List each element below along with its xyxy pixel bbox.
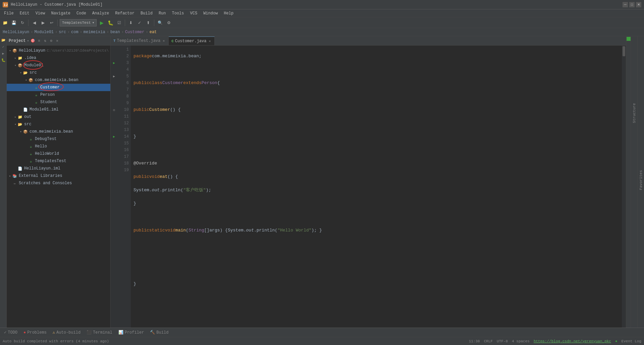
tree-item-out[interactable]: ▸ 📁 out xyxy=(7,113,110,121)
breadcrumb-bean[interactable]: bean xyxy=(110,30,120,34)
code-line-6 xyxy=(133,120,619,127)
bottom-tab-terminal[interactable]: ⬛ Terminal xyxy=(84,329,115,336)
bottom-tab-todo[interactable]: ✓ TODO xyxy=(1,329,20,336)
status-encoding[interactable]: UTF-8 xyxy=(497,339,508,343)
tree-item-templatestest[interactable]: ☕ TemplatesTest xyxy=(7,157,110,165)
name-helloworld: HelloWorld xyxy=(35,151,59,156)
name-module01: Module01 xyxy=(24,63,44,68)
tree-item-com-bean2[interactable]: ▾ 📦 com.meimeixia.bean xyxy=(7,128,110,135)
breadcrumb-helol[interactable]: HelloLiayun xyxy=(3,30,29,34)
breadcrumb-eat[interactable]: eat xyxy=(150,30,157,34)
status-url[interactable]: https://blog.csdn.net/yerenyuan_pkc xyxy=(534,339,611,343)
bottom-tab-build[interactable]: 🔨 Build xyxy=(147,329,171,336)
bottom-tab-autobuild[interactable]: ⚠ Auto-build xyxy=(50,329,83,336)
project-panel-arrow[interactable]: ▾ xyxy=(27,39,29,43)
toolbar-save-button[interactable]: 💾 xyxy=(10,19,17,26)
bottom-tab-problems[interactable]: ● Problems xyxy=(21,329,49,336)
tree-item-debugtest[interactable]: ☕ DebugTest xyxy=(7,135,110,143)
debug-button[interactable]: 🐛 xyxy=(107,19,114,26)
favorites-panel[interactable]: Favorites xyxy=(637,36,644,328)
tree-item-module01iml[interactable]: 📄 Module01.iml xyxy=(7,106,110,113)
panel-close-icon[interactable]: ✕ xyxy=(54,38,60,44)
menu-edit[interactable]: Edit xyxy=(17,10,32,16)
sort-icon[interactable]: ⇅ xyxy=(42,38,48,44)
tree-item-src[interactable]: ▾ 📂 src xyxy=(7,69,110,76)
vcs-update-button[interactable]: ⬇ xyxy=(127,19,135,26)
code-line-18: } xyxy=(133,281,619,287)
menu-refactor[interactable]: Refactor xyxy=(112,10,137,16)
commit-icon[interactable]: ✓ xyxy=(1,44,6,50)
run-gutter-3[interactable]: ▶ xyxy=(111,60,117,66)
menu-tools[interactable]: Tools xyxy=(169,10,187,16)
tree-item-student[interactable]: ☕ Student xyxy=(7,98,110,106)
tab-close-templatestest[interactable]: ✕ xyxy=(162,39,166,43)
maximize-button[interactable]: □ xyxy=(629,2,635,7)
tree-item-scratches[interactable]: ✏ Scratches and Consoles xyxy=(7,180,110,187)
breadcrumb-meimeixia[interactable]: meimeixia xyxy=(84,30,105,34)
menu-build[interactable]: Build xyxy=(138,10,155,16)
tree-item-extlibs[interactable]: ▸ 📚 External Libraries xyxy=(7,172,110,180)
run-config-dropdown[interactable]: TemplatesTest ▾ xyxy=(60,19,97,26)
tree-item-hellol[interactable]: ▾ 📦 HelloLiayun C:\Users\32120\IdeaProje… xyxy=(7,47,110,54)
tree-item-hello[interactable]: ☕ Hello xyxy=(7,143,110,150)
menu-view[interactable]: View xyxy=(33,10,48,16)
toolbar-open-button[interactable]: 📁 xyxy=(1,19,9,26)
minimize-button[interactable]: ─ xyxy=(623,2,628,7)
bottom-tab-profiler[interactable]: 📊 Profiler xyxy=(116,329,147,336)
structure-label[interactable]: Structure xyxy=(632,103,636,123)
run-icon[interactable]: ▶ xyxy=(1,51,6,56)
gear-icon[interactable]: ⚙ xyxy=(48,38,54,44)
status-indent[interactable]: 4 spaces xyxy=(512,339,530,343)
event-log-label[interactable]: Event Log xyxy=(622,339,641,343)
settings-button[interactable]: ⚙ xyxy=(165,19,172,26)
project-icon[interactable]: 📂 xyxy=(1,38,6,43)
tree-item-idea[interactable]: ▸ 📁 .idea xyxy=(7,54,110,62)
toolbar-back-button[interactable]: ◀ xyxy=(31,19,38,26)
toolbar-refresh-button[interactable]: ↻ xyxy=(19,19,26,26)
menu-vcs[interactable]: VCS xyxy=(187,10,200,16)
tree-item-helloworld[interactable]: ☕ HelloWorld xyxy=(7,150,110,157)
code-line-1: package com.meimeixia.bean; xyxy=(133,53,619,60)
tab-close-customer[interactable]: ✕ xyxy=(208,39,212,43)
locate-icon[interactable]: 🎯 xyxy=(30,38,36,44)
breadcrumb-com[interactable]: com xyxy=(71,30,78,34)
toolbar-forward-button[interactable]: ▶ xyxy=(39,19,47,26)
coverage-button[interactable]: ☑ xyxy=(115,19,123,26)
menu-help[interactable]: Help xyxy=(221,10,236,16)
run-button[interactable]: ▶ xyxy=(98,19,105,26)
menu-navigate[interactable]: Navigate xyxy=(48,10,73,16)
tree-item-com-bean[interactable]: ▾ 📦 com.meimeixia.bean xyxy=(7,76,110,84)
menu-file[interactable]: File xyxy=(1,10,16,16)
toolbar-undo-button[interactable]: ↩ xyxy=(48,19,55,26)
menu-window[interactable]: Window xyxy=(201,10,220,16)
menu-code[interactable]: Code xyxy=(74,10,89,16)
status-crlf[interactable]: CRLF xyxy=(484,339,493,343)
tree-item-src2[interactable]: ▾ 📂 src xyxy=(7,121,110,128)
code-content[interactable]: package com.meimeixia.bean; public class… xyxy=(131,46,622,328)
vcs-commit-button[interactable]: ✓ xyxy=(136,19,143,26)
close-button[interactable]: ✕ xyxy=(636,2,641,7)
breadcrumb-module01[interactable]: Module01 xyxy=(34,30,54,34)
collapse-icon[interactable]: ≡ xyxy=(36,38,42,44)
menu-analyze[interactable]: Analyze xyxy=(90,10,112,16)
arrow-out: ▸ xyxy=(13,115,17,119)
structure-panel[interactable]: Structure xyxy=(631,36,637,328)
tree-item-person[interactable]: ☕ Person xyxy=(7,91,110,98)
tab-templatestest[interactable]: T TemplatesTest.java ✕ xyxy=(111,37,169,45)
window-controls[interactable]: ─ □ ✕ xyxy=(623,2,641,7)
debug-icon[interactable]: 🐛 xyxy=(1,58,6,63)
tab-customer[interactable]: C Customer.java ✕ xyxy=(169,37,215,45)
breadcrumb-src[interactable]: src xyxy=(59,30,66,34)
vcs-push-button[interactable]: ⬆ xyxy=(145,19,152,26)
tree-item-module01[interactable]: ▾ 📦 Module01 xyxy=(7,62,110,69)
run-gutter-5[interactable]: ▶ xyxy=(111,73,117,80)
terminal-label: Terminal xyxy=(93,330,112,335)
breadcrumb-customer[interactable]: Customer xyxy=(125,30,145,34)
editor-scrollbar[interactable] xyxy=(622,46,626,328)
favorites-label[interactable]: Favorites xyxy=(639,170,643,190)
tree-item-hellol-iml[interactable]: 📄 HelloLiayun.iml xyxy=(7,165,110,172)
search-button[interactable]: 🔍 xyxy=(156,19,164,26)
run-gutter-14[interactable]: ▶ xyxy=(111,133,117,140)
menu-run[interactable]: Run xyxy=(156,10,169,16)
tree-item-customer[interactable]: ☕ Customer xyxy=(7,84,110,91)
